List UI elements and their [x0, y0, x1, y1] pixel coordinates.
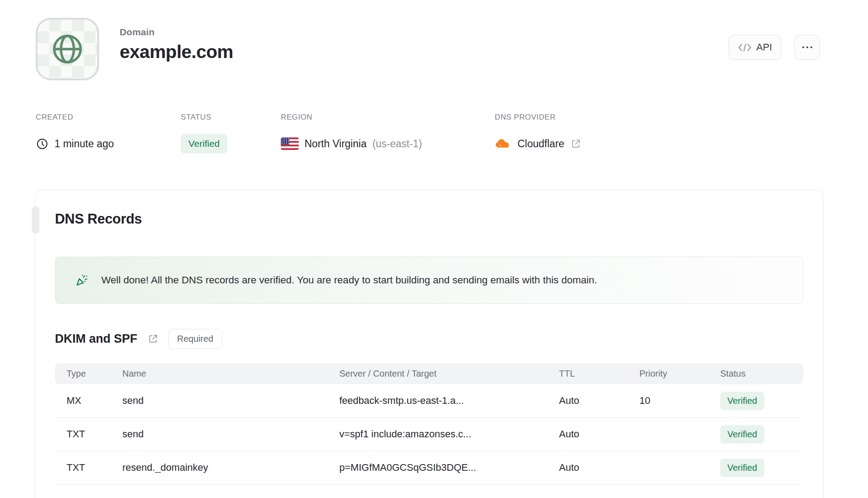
confetti-icon — [74, 273, 89, 288]
meta-region: REGION North Virginia (us-east-1) — [281, 113, 422, 155]
col-name: Name — [122, 369, 339, 379]
status-badge: Verified — [720, 392, 764, 410]
api-button[interactable]: API — [729, 35, 781, 60]
col-priority: Priority — [639, 369, 720, 379]
cell-ttl: Auto — [559, 428, 639, 440]
card-title: DNS Records — [55, 211, 803, 227]
dns-records-card: DNS Records Well done! All the DNS recor… — [35, 190, 823, 498]
cell-type: TXT — [67, 462, 122, 473]
status-badge: Verified — [181, 134, 227, 154]
ellipsis-icon — [801, 46, 813, 49]
cell-content: p=MIGfMA0GCSqGSIb3DQE... — [339, 462, 559, 473]
meta-status: STATUS Verified — [181, 113, 227, 155]
col-type: Type — [67, 369, 122, 379]
table-row: MX send feedback-smtp.us-east-1.a... Aut… — [55, 384, 803, 418]
dns-provider-link[interactable]: Cloudflare — [495, 133, 581, 155]
status-badge: Verified — [720, 459, 764, 477]
external-link-icon[interactable] — [147, 333, 159, 344]
meta-created: CREATED 1 minute ago — [36, 113, 114, 155]
region-code: (us-east-1) — [372, 138, 422, 150]
menu-button[interactable] — [794, 35, 820, 60]
cell-name: send — [122, 395, 339, 407]
page-title: example.com — [120, 42, 233, 62]
cell-type: TXT — [67, 428, 122, 440]
created-value: 1 minute ago — [54, 138, 114, 150]
code-icon — [738, 42, 751, 53]
domain-avatar — [36, 18, 99, 80]
cell-priority: 10 — [639, 395, 720, 407]
section-pill — [32, 206, 39, 234]
external-link-icon — [570, 138, 581, 149]
banner-message: Well done! All the DNS records are verif… — [101, 274, 597, 286]
meta-dns-provider: DNS PROVIDER Cloudflare — [495, 113, 581, 155]
cell-type: MX — [67, 395, 122, 407]
table-row: TXT send v=spf1 include:amazonses.c... A… — [55, 418, 803, 451]
table-row: TXT resend._domainkey p=MIGfMA0GCSqGSIb3… — [55, 451, 803, 485]
success-banner: Well done! All the DNS records are verif… — [55, 257, 803, 304]
cell-name: send — [122, 428, 339, 440]
col-ttl: TTL — [559, 369, 639, 379]
region-label: REGION — [281, 113, 422, 122]
dns-provider-label: DNS PROVIDER — [495, 113, 581, 122]
table-header: Type Name Server / Content / Target TTL … — [55, 363, 803, 384]
dns-provider-value: Cloudflare — [517, 138, 564, 150]
dkim-section-title: DKIM and SPF — [55, 332, 138, 346]
domain-eyebrow: Domain — [120, 27, 233, 37]
created-label: CREATED — [36, 113, 114, 122]
api-button-label: API — [756, 42, 772, 53]
page-heading: Domain example.com — [120, 27, 233, 62]
region-value: North Virginia — [305, 138, 367, 150]
cell-ttl: Auto — [559, 462, 639, 473]
status-label: STATUS — [181, 113, 227, 122]
clock-icon — [36, 137, 49, 150]
dkim-section-header: DKIM and SPF Required — [55, 329, 803, 349]
dns-table: Type Name Server / Content / Target TTL … — [55, 363, 803, 485]
status-badge: Verified — [720, 425, 764, 444]
col-status: Status — [720, 369, 803, 379]
required-badge: Required — [168, 329, 222, 349]
cell-content: v=spf1 include:amazonses.c... — [339, 428, 559, 440]
globe-icon — [50, 32, 85, 66]
us-flag-icon — [281, 137, 299, 150]
cell-content: feedback-smtp.us-east-1.a... — [339, 395, 559, 407]
cell-ttl: Auto — [559, 395, 639, 407]
col-content: Server / Content / Target — [339, 369, 559, 379]
cloudflare-icon — [495, 138, 512, 149]
cell-name: resend._domainkey — [122, 462, 339, 473]
